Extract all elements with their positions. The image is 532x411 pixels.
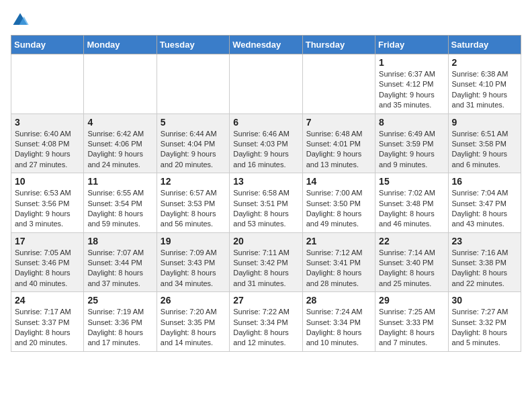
- day-info: Sunrise: 7:04 AM Sunset: 3:47 PM Dayligh…: [452, 188, 517, 230]
- calendar-cell: 17Sunrise: 7:05 AM Sunset: 3:46 PM Dayli…: [11, 232, 84, 292]
- day-info: Sunrise: 6:55 AM Sunset: 3:54 PM Dayligh…: [87, 188, 152, 230]
- calendar-cell: 15Sunrise: 7:02 AM Sunset: 3:48 PM Dayli…: [375, 173, 448, 233]
- calendar-cell: 8Sunrise: 6:49 AM Sunset: 3:59 PM Daylig…: [375, 113, 448, 173]
- day-number: 9: [452, 117, 517, 128]
- day-info: Sunrise: 6:48 AM Sunset: 4:01 PM Dayligh…: [306, 129, 371, 171]
- logo: [11, 11, 32, 30]
- day-number: 16: [452, 176, 517, 187]
- day-number: 3: [15, 117, 80, 128]
- day-number: 17: [15, 236, 80, 246]
- day-number: 25: [87, 295, 152, 306]
- calendar-cell: [302, 54, 375, 114]
- day-info: Sunrise: 6:37 AM Sunset: 4:12 PM Dayligh…: [379, 69, 444, 111]
- day-number: 8: [379, 117, 444, 128]
- day-number: 22: [379, 236, 444, 246]
- calendar-cell: 9Sunrise: 6:51 AM Sunset: 3:58 PM Daylig…: [448, 113, 521, 173]
- day-info: Sunrise: 7:11 AM Sunset: 3:42 PM Dayligh…: [233, 248, 298, 289]
- calendar-cell: 18Sunrise: 7:07 AM Sunset: 3:44 PM Dayli…: [84, 232, 157, 292]
- day-number: 24: [15, 295, 80, 306]
- day-number: 29: [379, 295, 444, 306]
- day-number: 4: [87, 117, 152, 128]
- day-info: Sunrise: 6:57 AM Sunset: 3:53 PM Dayligh…: [161, 188, 226, 230]
- day-info: Sunrise: 7:00 AM Sunset: 3:50 PM Dayligh…: [306, 188, 371, 230]
- day-number: 14: [306, 176, 371, 187]
- day-info: Sunrise: 6:49 AM Sunset: 3:59 PM Dayligh…: [379, 129, 444, 171]
- day-number: 20: [233, 236, 298, 246]
- day-info: Sunrise: 6:51 AM Sunset: 3:58 PM Dayligh…: [452, 129, 517, 171]
- calendar-cell: 22Sunrise: 7:14 AM Sunset: 3:40 PM Dayli…: [375, 232, 448, 292]
- calendar-week-row: 17Sunrise: 7:05 AM Sunset: 3:46 PM Dayli…: [11, 232, 521, 292]
- calendar-cell: 12Sunrise: 6:57 AM Sunset: 3:53 PM Dayli…: [157, 173, 229, 233]
- calendar-cell: 1Sunrise: 6:37 AM Sunset: 4:12 PM Daylig…: [375, 54, 448, 114]
- column-header-tuesday: Tuesday: [157, 36, 229, 54]
- day-info: Sunrise: 7:05 AM Sunset: 3:46 PM Dayligh…: [15, 248, 80, 289]
- column-header-wednesday: Wednesday: [230, 36, 302, 54]
- day-number: 30: [452, 295, 517, 306]
- day-number: 11: [87, 176, 152, 187]
- calendar-week-row: 10Sunrise: 6:53 AM Sunset: 3:56 PM Dayli…: [11, 173, 521, 233]
- day-info: Sunrise: 7:22 AM Sunset: 3:34 PM Dayligh…: [233, 307, 298, 349]
- calendar-table: SundayMondayTuesdayWednesdayThursdayFrid…: [11, 35, 521, 352]
- day-info: Sunrise: 7:20 AM Sunset: 3:35 PM Dayligh…: [161, 307, 226, 349]
- day-info: Sunrise: 7:24 AM Sunset: 3:34 PM Dayligh…: [306, 307, 371, 349]
- column-header-friday: Friday: [375, 36, 448, 54]
- day-number: 10: [15, 176, 80, 187]
- day-number: 12: [161, 176, 226, 187]
- day-info: Sunrise: 7:07 AM Sunset: 3:44 PM Dayligh…: [87, 248, 152, 289]
- column-header-thursday: Thursday: [302, 36, 375, 54]
- day-info: Sunrise: 7:17 AM Sunset: 3:37 PM Dayligh…: [15, 307, 80, 349]
- calendar-cell: 16Sunrise: 7:04 AM Sunset: 3:47 PM Dayli…: [448, 173, 521, 233]
- day-info: Sunrise: 7:19 AM Sunset: 3:36 PM Dayligh…: [87, 307, 152, 349]
- calendar-cell: 21Sunrise: 7:12 AM Sunset: 3:41 PM Dayli…: [302, 232, 375, 292]
- day-info: Sunrise: 7:09 AM Sunset: 3:43 PM Dayligh…: [161, 248, 226, 289]
- calendar-header-row: SundayMondayTuesdayWednesdayThursdayFrid…: [11, 36, 521, 54]
- calendar-week-row: 1Sunrise: 6:37 AM Sunset: 4:12 PM Daylig…: [11, 54, 521, 114]
- calendar-cell: 13Sunrise: 6:58 AM Sunset: 3:51 PM Dayli…: [230, 173, 302, 233]
- column-header-monday: Monday: [84, 36, 157, 54]
- day-info: Sunrise: 7:02 AM Sunset: 3:48 PM Dayligh…: [379, 188, 444, 230]
- page-header: [11, 11, 521, 30]
- day-number: 2: [452, 57, 517, 68]
- calendar-cell: 3Sunrise: 6:40 AM Sunset: 4:08 PM Daylig…: [11, 113, 84, 173]
- calendar-cell: 26Sunrise: 7:20 AM Sunset: 3:35 PM Dayli…: [157, 292, 229, 352]
- day-info: Sunrise: 7:12 AM Sunset: 3:41 PM Dayligh…: [306, 248, 371, 289]
- calendar-cell: 5Sunrise: 6:44 AM Sunset: 4:04 PM Daylig…: [157, 113, 229, 173]
- calendar-cell: [230, 54, 302, 114]
- day-number: 27: [233, 295, 298, 306]
- day-info: Sunrise: 7:27 AM Sunset: 3:32 PM Dayligh…: [452, 307, 517, 349]
- day-info: Sunrise: 7:25 AM Sunset: 3:33 PM Dayligh…: [379, 307, 444, 349]
- column-header-sunday: Sunday: [11, 36, 84, 54]
- calendar-cell: 27Sunrise: 7:22 AM Sunset: 3:34 PM Dayli…: [230, 292, 302, 352]
- day-info: Sunrise: 6:42 AM Sunset: 4:06 PM Dayligh…: [87, 129, 152, 171]
- calendar-cell: 19Sunrise: 7:09 AM Sunset: 3:43 PM Dayli…: [157, 232, 229, 292]
- calendar-week-row: 24Sunrise: 7:17 AM Sunset: 3:37 PM Dayli…: [11, 292, 521, 352]
- day-number: 19: [161, 236, 226, 246]
- day-info: Sunrise: 6:58 AM Sunset: 3:51 PM Dayligh…: [233, 188, 298, 230]
- column-header-saturday: Saturday: [448, 36, 521, 54]
- calendar-cell: 23Sunrise: 7:16 AM Sunset: 3:38 PM Dayli…: [448, 232, 521, 292]
- calendar-cell: 30Sunrise: 7:27 AM Sunset: 3:32 PM Dayli…: [448, 292, 521, 352]
- calendar-cell: 20Sunrise: 7:11 AM Sunset: 3:42 PM Dayli…: [230, 232, 302, 292]
- day-number: 26: [161, 295, 226, 306]
- calendar-cell: 14Sunrise: 7:00 AM Sunset: 3:50 PM Dayli…: [302, 173, 375, 233]
- calendar-cell: 11Sunrise: 6:55 AM Sunset: 3:54 PM Dayli…: [84, 173, 157, 233]
- day-number: 21: [306, 236, 371, 246]
- calendar-cell: 24Sunrise: 7:17 AM Sunset: 3:37 PM Dayli…: [11, 292, 84, 352]
- calendar-cell: 28Sunrise: 7:24 AM Sunset: 3:34 PM Dayli…: [302, 292, 375, 352]
- calendar-cell: 2Sunrise: 6:38 AM Sunset: 4:10 PM Daylig…: [448, 54, 521, 114]
- calendar-cell: 7Sunrise: 6:48 AM Sunset: 4:01 PM Daylig…: [302, 113, 375, 173]
- day-number: 1: [379, 57, 444, 68]
- day-number: 7: [306, 117, 371, 128]
- calendar-cell: 4Sunrise: 6:42 AM Sunset: 4:06 PM Daylig…: [84, 113, 157, 173]
- calendar-week-row: 3Sunrise: 6:40 AM Sunset: 4:08 PM Daylig…: [11, 113, 521, 173]
- day-info: Sunrise: 6:38 AM Sunset: 4:10 PM Dayligh…: [452, 69, 517, 111]
- calendar-cell: 25Sunrise: 7:19 AM Sunset: 3:36 PM Dayli…: [84, 292, 157, 352]
- logo-icon: [11, 11, 30, 30]
- day-number: 13: [233, 176, 298, 187]
- day-number: 28: [306, 295, 371, 306]
- day-info: Sunrise: 7:14 AM Sunset: 3:40 PM Dayligh…: [379, 248, 444, 289]
- calendar-cell: 6Sunrise: 6:46 AM Sunset: 4:03 PM Daylig…: [230, 113, 302, 173]
- day-info: Sunrise: 6:40 AM Sunset: 4:08 PM Dayligh…: [15, 129, 80, 171]
- day-info: Sunrise: 7:16 AM Sunset: 3:38 PM Dayligh…: [452, 248, 517, 289]
- day-number: 23: [452, 236, 517, 246]
